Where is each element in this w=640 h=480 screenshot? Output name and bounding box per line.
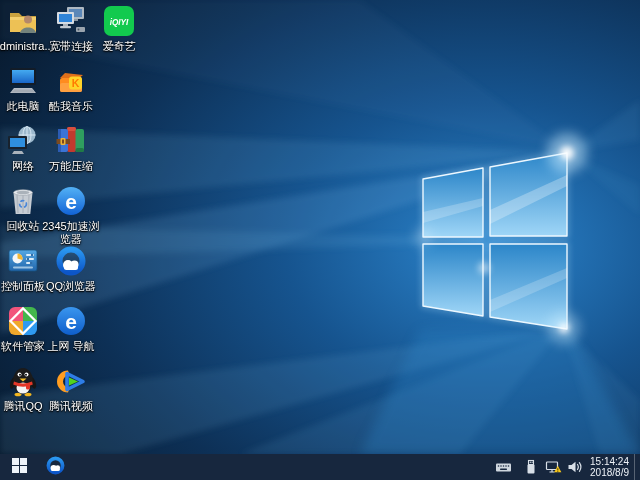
desktop-icon-label: 2345加速浏览器 [39,220,103,246]
svg-text:e: e [65,310,77,333]
desktop-icon-web-navigation[interactable]: e 上网 导航 [39,304,103,353]
qq-browser-icon [54,244,88,278]
tencent-video-icon [54,364,88,398]
this-pc-icon [6,64,40,98]
start-button[interactable] [0,454,38,480]
taskbar-clock[interactable]: 15:14:24 2018/8/9 [590,456,629,478]
taskbar: 15:14:24 2018/8/9 [0,454,640,480]
desktop-icon-label: 网络 [12,160,34,173]
touch-keyboard-icon[interactable] [494,459,512,475]
software-manager-icon [6,304,40,338]
show-desktop-button[interactable] [634,454,640,480]
desktop-icon-tencent-video[interactable]: 腾讯视频 [39,364,103,413]
volume-icon[interactable] [566,459,584,475]
user-folder-icon [6,4,40,38]
network-icon [6,124,40,158]
svg-text:e: e [65,190,77,213]
desktop-icon-label: 腾讯视频 [49,400,93,413]
desktop-icon-label: 上网 导航 [47,340,94,353]
svg-text:iQIYI: iQIYI [110,18,129,27]
usb-device-icon[interactable] [522,459,540,475]
desktop-icon-label: 爱奇艺 [103,40,136,53]
qq-browser-icon [45,455,66,479]
kuwo-music-icon: ♫ K [54,64,88,98]
desktop-icon-qq-browser[interactable]: QQ浏览器 [39,244,103,293]
svg-text:K: K [72,77,80,89]
desktop-icon-iqiyi[interactable]: iQIYI 爱奇艺 [87,4,151,53]
network-warning-icon[interactable] [544,459,562,475]
broadband-connection-icon [54,4,88,38]
windows-desktop: Administra... 宽带连接 iQIYI 爱奇艺 [0,0,640,480]
desktop-icon-kuwo-music[interactable]: ♫ K 酷我音乐 [39,64,103,113]
desktop-icon-label: 此电脑 [7,100,40,113]
taskbar-qq-browser-button[interactable] [38,454,72,480]
iqiyi-icon: iQIYI [102,4,136,38]
desktop-icon-label: 万能压缩 [49,160,93,173]
clock-time: 15:14:24 [590,456,629,467]
desktop-icon-label: 回收站 [7,220,40,233]
clock-date: 2018/8/9 [590,467,629,478]
desktop-icon-wanneng-compressor[interactable]: 万能压缩 [39,124,103,173]
2345-browser-icon: e [54,184,88,218]
recycle-bin-icon [6,184,40,218]
desktop-icon-label: 酷我音乐 [49,100,93,113]
control-panel-icon [6,244,40,278]
tencent-qq-icon [6,364,40,398]
windows-logo-icon [12,458,27,476]
system-tray: 15:14:24 2018/8/9 [492,454,640,480]
desktop-icon-label: QQ浏览器 [46,280,96,293]
desktop-icon-2345-speed-browser[interactable]: e 2345加速浏览器 [39,184,103,246]
wanneng-compressor-icon [54,124,88,158]
desktop-icon-label: 腾讯QQ [3,400,42,413]
web-navigation-icon: e [54,304,88,338]
